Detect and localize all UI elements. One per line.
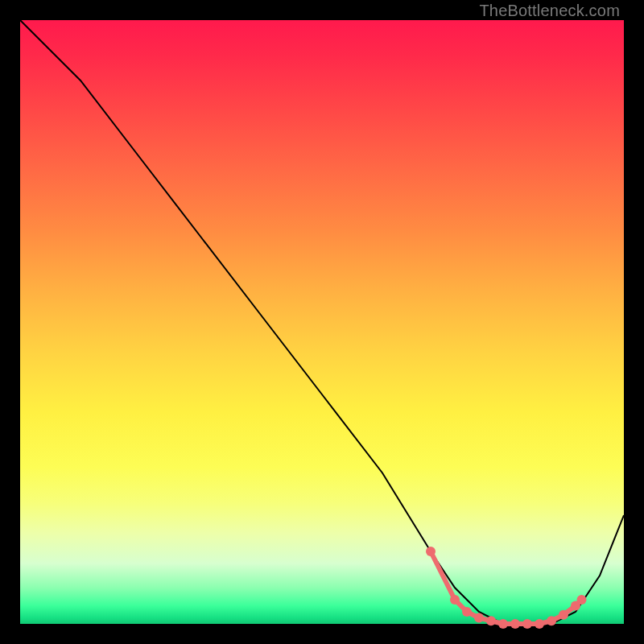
marker-dash (431, 551, 455, 600)
attribution-text: TheBottleneck.com (479, 2, 620, 20)
plot-area (20, 20, 624, 624)
curve-path (20, 20, 624, 624)
chart-frame: TheBottleneck.com (0, 0, 644, 644)
marker-dot (577, 595, 587, 605)
marker-dots (426, 547, 587, 629)
bottleneck-curve (20, 20, 624, 624)
curve-svg (20, 20, 624, 624)
